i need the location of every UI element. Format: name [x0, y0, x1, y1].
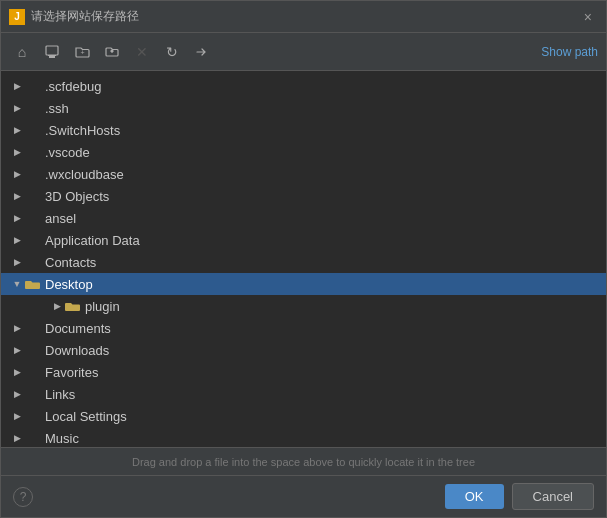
svg-rect-0 — [46, 46, 58, 55]
tree-item-links[interactable]: ▶ Links — [1, 383, 606, 405]
arrow-icon: ▶ — [9, 430, 25, 446]
cancel-button[interactable]: Cancel — [512, 483, 594, 510]
tree-item-scfdebug[interactable]: ▶ .scfdebug — [1, 75, 606, 97]
tree-item-plugin[interactable]: ▶ plugin — [1, 295, 606, 317]
item-label: Desktop — [45, 277, 93, 292]
item-label: .scfdebug — [45, 79, 101, 94]
folder-icon — [25, 430, 41, 446]
folder-icon — [25, 232, 41, 248]
folder-icon — [25, 78, 41, 94]
arrow-icon: ▶ — [9, 210, 25, 226]
tree-item-desktop[interactable]: ▼ Desktop — [1, 273, 606, 295]
svg-rect-1 — [49, 56, 55, 58]
delete-button[interactable]: ✕ — [129, 39, 155, 65]
arrow-icon: ▶ — [9, 78, 25, 94]
tree-item-documents[interactable]: ▶ Documents — [1, 317, 606, 339]
arrow-icon: ▶ — [9, 408, 25, 424]
folder-icon — [65, 298, 81, 314]
arrow-icon: ▶ — [9, 386, 25, 402]
dialog: J 请选择网站保存路径 × ⌂ + — [0, 0, 607, 518]
close-button[interactable]: × — [578, 7, 598, 27]
folder-icon — [25, 166, 41, 182]
folder-icon-open — [25, 276, 41, 292]
toolbar: ⌂ + ✕ ↻ — [1, 33, 606, 71]
refresh-button[interactable]: ↻ — [159, 39, 185, 65]
folder-icon — [25, 364, 41, 380]
arrow-icon: ▶ — [9, 122, 25, 138]
help-button[interactable]: ? — [13, 487, 33, 507]
folder-icon — [25, 144, 41, 160]
arrow-icon: ▶ — [9, 342, 25, 358]
title-bar: J 请选择网站保存路径 × — [1, 1, 606, 33]
arrow-icon: ▶ — [9, 188, 25, 204]
arrow-icon: ▶ — [9, 320, 25, 336]
folder-icon — [25, 342, 41, 358]
folder-icon — [25, 386, 41, 402]
tree-item-music[interactable]: ▶ Music — [1, 427, 606, 447]
ok-button[interactable]: OK — [445, 484, 504, 509]
item-label: .wxcloudbase — [45, 167, 124, 182]
folder-icon — [25, 320, 41, 336]
tree-item-downloads[interactable]: ▶ Downloads — [1, 339, 606, 361]
tree-container[interactable]: ▶ .scfdebug ▶ .ssh ▶ .SwitchHosts ▶ .vsc… — [1, 71, 606, 447]
folder-icon — [25, 408, 41, 424]
folder-icon — [25, 188, 41, 204]
folder-icon — [25, 254, 41, 270]
item-label: 3D Objects — [45, 189, 109, 204]
item-label: Application Data — [45, 233, 140, 248]
arrow-icon: ▼ — [9, 276, 25, 292]
tree-item-3dobjects[interactable]: ▶ 3D Objects — [1, 185, 606, 207]
folder-icon — [25, 210, 41, 226]
arrow-icon: ▶ — [9, 100, 25, 116]
item-label: plugin — [85, 299, 120, 314]
arrow-icon: ▶ — [9, 166, 25, 182]
tree-item-switchhosts[interactable]: ▶ .SwitchHosts — [1, 119, 606, 141]
button-bar: OK Cancel — [1, 475, 606, 517]
arrow-icon: ▶ — [9, 232, 25, 248]
item-label: .ssh — [45, 101, 69, 116]
item-label: ansel — [45, 211, 76, 226]
item-label: Local Settings — [45, 409, 127, 424]
arrow-icon: ▶ — [9, 364, 25, 380]
tree-item-favorites[interactable]: ▶ Favorites — [1, 361, 606, 383]
up-button[interactable] — [99, 39, 125, 65]
tree-item-wxcloudbase[interactable]: ▶ .wxcloudbase — [1, 163, 606, 185]
tree-item-vscode[interactable]: ▶ .vscode — [1, 141, 606, 163]
arrow-icon: ▶ — [9, 144, 25, 160]
status-bar: Drag and drop a file into the space abov… — [1, 447, 606, 475]
item-label: .SwitchHosts — [45, 123, 120, 138]
new-folder-button[interactable]: + — [69, 39, 95, 65]
tree-item-localsettings[interactable]: ▶ Local Settings — [1, 405, 606, 427]
tree-item-contacts[interactable]: ▶ Contacts — [1, 251, 606, 273]
tree-item-appdata[interactable]: ▶ Application Data — [1, 229, 606, 251]
item-label: .vscode — [45, 145, 90, 160]
folder-icon — [25, 122, 41, 138]
desktop-button[interactable] — [39, 39, 65, 65]
tree-item-ansel[interactable]: ▶ ansel — [1, 207, 606, 229]
item-label: Links — [45, 387, 75, 402]
arrow-icon: ▶ — [9, 254, 25, 270]
svg-text:+: + — [80, 49, 84, 56]
dialog-title: 请选择网站保存路径 — [31, 8, 578, 25]
share-button[interactable] — [189, 39, 215, 65]
app-icon: J — [9, 9, 25, 25]
svg-rect-2 — [48, 55, 56, 56]
item-label: Favorites — [45, 365, 98, 380]
toolbar-buttons: ⌂ + ✕ ↻ — [9, 39, 215, 65]
drag-drop-hint: Drag and drop a file into the space abov… — [132, 456, 475, 468]
show-path-button[interactable]: Show path — [541, 45, 598, 59]
item-label: Downloads — [45, 343, 109, 358]
home-button[interactable]: ⌂ — [9, 39, 35, 65]
arrow-icon: ▶ — [49, 298, 65, 314]
item-label: Music — [45, 431, 79, 446]
tree-item-ssh[interactable]: ▶ .ssh — [1, 97, 606, 119]
item-label: Contacts — [45, 255, 96, 270]
item-label: Documents — [45, 321, 111, 336]
folder-icon — [25, 100, 41, 116]
